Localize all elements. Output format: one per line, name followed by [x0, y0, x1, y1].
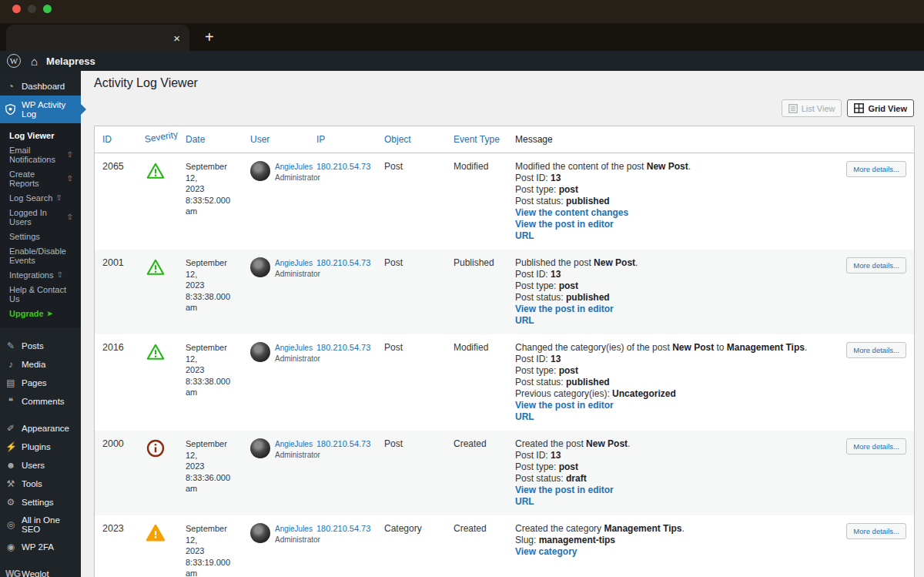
message-link[interactable]: View category — [515, 546, 839, 558]
message-line: Slug: management-tips — [515, 535, 839, 546]
sidebar-item-plugins[interactable]: ⚡Plugins — [0, 438, 81, 456]
user-name-link[interactable]: AngieJules — [275, 344, 320, 353]
submenu-item-label: Enable/Disable Events — [9, 247, 73, 265]
sidebar-item-settings[interactable]: ⚙Settings — [0, 493, 81, 512]
browser-tab[interactable]: × — [6, 25, 189, 51]
column-header-event-type[interactable]: Event Type — [446, 126, 507, 153]
user-name-link[interactable]: AngieJules — [275, 525, 320, 534]
sidebar-item-label: Users — [22, 461, 45, 470]
event-id: 2016 — [95, 334, 138, 431]
message-link[interactable]: View the post in editor — [515, 304, 839, 315]
message-line: Changed the category(ies) of the post Ne… — [515, 342, 839, 354]
sidebar-item-weglot[interactable]: WGWeglot — [0, 565, 81, 577]
column-header-id[interactable]: ID — [95, 126, 138, 153]
grid-view-label: Grid View — [868, 104, 907, 113]
submenu-item-help-contact-us[interactable]: Help & Contact Us — [0, 282, 81, 306]
submenu-item-create-reports[interactable]: Create Reports⇧ — [0, 166, 81, 190]
submenu-item-label: Log Search — [9, 193, 52, 203]
sidebar-item-dashboard[interactable]: ◔ Dashboard — [0, 77, 81, 96]
submenu-item-enable-disable-events[interactable]: Enable/Disable Events — [0, 243, 81, 267]
sidebar-item-label: Pages — [22, 378, 47, 387]
submenu-item-log-search[interactable]: Log Search⇧ — [0, 190, 81, 205]
event-message: Published the post New Post.Post ID: 13P… — [507, 250, 914, 334]
more-details-button[interactable]: More details... — [846, 342, 906, 358]
list-view-button[interactable]: List View — [782, 99, 842, 117]
user-name-link[interactable]: AngieJules — [275, 259, 320, 268]
ip-link[interactable]: 180.210.54.73 — [316, 439, 370, 448]
event-date: September 12,20238:33:52.000 am — [178, 153, 243, 250]
sidebar-item-wp-activity-log[interactable]: WP Activity Log — [0, 96, 81, 123]
event-user: AngieJules Administrator — [243, 250, 309, 334]
close-tab-icon[interactable]: × — [173, 32, 180, 44]
message-line: Post type: post — [515, 280, 839, 292]
column-header-ip[interactable]: IP — [309, 126, 377, 153]
new-tab-button[interactable]: + — [205, 29, 214, 46]
home-icon[interactable]: ⌂ — [31, 55, 38, 68]
settings-icon: ⚙ — [5, 497, 16, 508]
message-link[interactable]: View the post in editor — [515, 219, 839, 230]
message-link[interactable]: URL — [515, 230, 839, 242]
event-severity — [138, 515, 178, 577]
message-link[interactable]: URL — [515, 411, 839, 423]
sidebar-item-label: Weglot — [22, 569, 49, 577]
submenu-item-label: Help & Contact Us — [9, 285, 73, 304]
site-name-link[interactable]: Melapress — [46, 55, 95, 67]
ip-link[interactable]: 180.210.54.73 — [316, 524, 370, 533]
submenu-item-settings[interactable]: Settings — [0, 229, 81, 243]
message-link[interactable]: View the post in editor — [515, 400, 839, 411]
zoom-window-button[interactable] — [43, 5, 52, 13]
premium-icon: ⇧ — [67, 213, 73, 221]
event-id: 2065 — [95, 153, 138, 250]
sidebar-item-appearance[interactable]: ✐Appearance — [0, 419, 81, 438]
user-avatar — [250, 257, 270, 277]
column-header-object[interactable]: Object — [377, 126, 446, 153]
submenu-item-upgrade[interactable]: Upgrade➤ — [0, 306, 81, 320]
ip-link[interactable]: 180.210.54.73 — [316, 258, 370, 267]
column-header-date[interactable]: Date — [178, 126, 243, 153]
submenu-item-integrations[interactable]: Integrations⇧ — [0, 267, 81, 282]
column-header-severity[interactable]: Severity — [138, 126, 178, 153]
message-link[interactable]: View the content changes — [515, 207, 839, 219]
severity-low-icon — [146, 342, 166, 362]
column-header-user[interactable]: User — [243, 126, 309, 153]
message-link[interactable]: URL — [515, 315, 839, 327]
event-id: 2001 — [95, 250, 138, 334]
severity-low-icon — [146, 257, 166, 277]
event-message: Created the category Management Tips.Slu… — [507, 515, 914, 577]
premium-icon: ⇧ — [55, 193, 62, 202]
message-link[interactable]: URL — [515, 496, 839, 508]
sidebar-item-all-in-one-seo[interactable]: ◎All in One SEO — [0, 512, 81, 538]
submenu-item-email-notifications[interactable]: Email Notifications⇧ — [0, 143, 81, 166]
grid-view-button[interactable]: Grid View — [847, 99, 914, 117]
sidebar-item-comments[interactable]: ❝Comments — [0, 392, 81, 411]
sidebar-item-tools[interactable]: ⚒Tools — [0, 475, 81, 493]
event-severity — [138, 250, 178, 334]
view-toggle: List View Grid View — [782, 99, 914, 117]
wordpress-logo-icon[interactable]: W — [7, 54, 21, 68]
submenu-item-logged-in-users[interactable]: Logged In Users⇧ — [0, 205, 81, 229]
ip-link[interactable]: 180.210.54.73 — [316, 162, 370, 171]
message-line: Post status: draft — [515, 473, 839, 485]
submenu-item-log-viewer[interactable]: Log Viewer — [0, 128, 81, 143]
user-name-link[interactable]: AngieJules — [275, 163, 320, 172]
submenu-item-label: Log Viewer — [9, 131, 54, 140]
message-link[interactable]: View the post in editor — [515, 485, 839, 496]
user-name-link[interactable]: AngieJules — [275, 440, 320, 449]
sidebar-item-posts[interactable]: ✎Posts — [0, 337, 81, 355]
comments-icon: ❝ — [5, 396, 16, 407]
sidebar-item-pages[interactable]: ▤Pages — [0, 374, 81, 392]
sidebar-item-label: All in One SEO — [22, 515, 75, 534]
sidebar-item-media[interactable]: ♪Media — [0, 355, 81, 374]
more-details-button[interactable]: More details... — [846, 257, 906, 273]
close-window-button[interactable] — [12, 5, 21, 13]
more-details-button[interactable]: More details... — [846, 161, 906, 177]
minimize-window-button[interactable] — [28, 5, 36, 13]
ip-link[interactable]: 180.210.54.73 — [316, 343, 370, 352]
sidebar-item-wp-2fa[interactable]: ◉WP 2FA — [0, 538, 81, 556]
activity-log-table: ID Severity Date User IP Object Event Ty… — [94, 126, 915, 577]
sidebar-item-users[interactable]: ☻Users — [0, 456, 81, 475]
submenu-item-label: Email Notifications — [9, 146, 64, 164]
appearance-icon: ✐ — [5, 423, 16, 434]
more-details-button[interactable]: More details... — [846, 523, 906, 539]
more-details-button[interactable]: More details... — [846, 438, 906, 455]
